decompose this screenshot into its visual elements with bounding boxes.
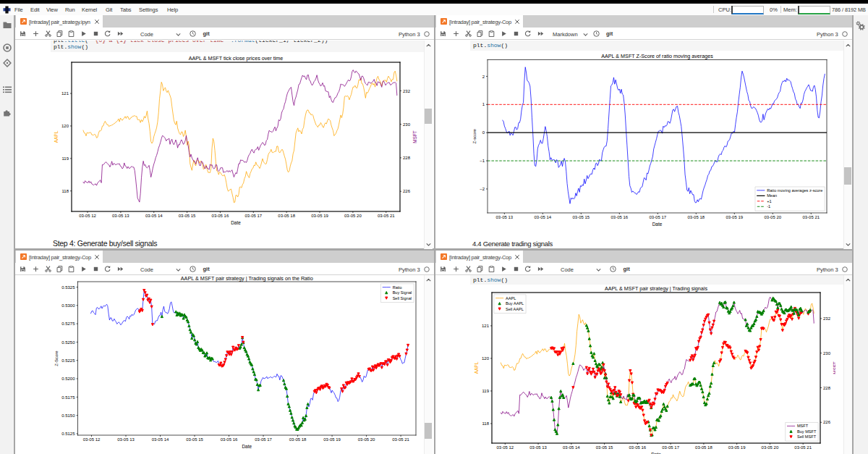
svg-text:118: 118 xyxy=(61,189,69,193)
svg-text:03-05 16: 03-05 16 xyxy=(221,437,238,442)
svg-text:03-05 21: 03-05 21 xyxy=(794,445,812,450)
svg-text:226: 226 xyxy=(823,420,831,424)
svg-text:03-05 18: 03-05 18 xyxy=(289,437,307,442)
svg-text:121: 121 xyxy=(482,324,490,328)
svg-text:Sell AAPL: Sell AAPL xyxy=(506,307,524,311)
svg-text:MSFT: MSFT xyxy=(833,361,835,374)
svg-text:03-05 16: 03-05 16 xyxy=(212,214,229,218)
svg-text:03-05 19: 03-05 19 xyxy=(726,215,743,219)
svg-text:03-05 17: 03-05 17 xyxy=(244,214,262,218)
svg-text:0.5150: 0.5150 xyxy=(61,413,75,418)
svg-text:MSFT: MSFT xyxy=(797,424,809,428)
svg-text:−2: −2 xyxy=(480,187,485,191)
svg-text:03-05 12: 03-05 12 xyxy=(496,445,514,450)
svg-text:03-05 14: 03-05 14 xyxy=(145,214,163,218)
svg-text:0.5200: 0.5200 xyxy=(61,377,75,381)
svg-text:03-05 14: 03-05 14 xyxy=(152,437,169,442)
svg-text:Date: Date xyxy=(242,444,252,449)
svg-text:03-05 20: 03-05 20 xyxy=(344,214,362,218)
svg-text:AAPL & MSFT pair strategy | Tr: AAPL & MSFT pair strategy | Trading sign… xyxy=(181,275,313,282)
svg-text:03-05 20: 03-05 20 xyxy=(358,437,375,442)
svg-text:03-05 14: 03-05 14 xyxy=(534,215,551,219)
svg-text:226: 226 xyxy=(403,189,411,193)
svg-text:03-05 16: 03-05 16 xyxy=(629,445,647,450)
svg-text:120: 120 xyxy=(482,356,490,361)
svg-text:03-05 20: 03-05 20 xyxy=(764,215,781,219)
svg-text:Ratio moving averages z-score: Ratio moving averages z-score xyxy=(767,188,822,193)
svg-text:AAPL: AAPL xyxy=(474,361,479,374)
svg-text:03-05 17: 03-05 17 xyxy=(255,437,272,442)
svg-text:03-05 19: 03-05 19 xyxy=(311,214,328,218)
svg-text:AAPL & MSFT tick close prices: AAPL & MSFT tick close prices over time xyxy=(189,55,284,62)
svg-text:03-05 21: 03-05 21 xyxy=(378,214,395,218)
svg-text:03-05 20: 03-05 20 xyxy=(762,445,779,450)
svg-text:Buy MSFT: Buy MSFT xyxy=(797,429,817,434)
svg-text:0: 0 xyxy=(482,130,485,135)
svg-text:119: 119 xyxy=(482,389,489,393)
svg-text:+1: +1 xyxy=(767,199,771,203)
svg-text:03-05 15: 03-05 15 xyxy=(179,214,196,218)
svg-text:Sell Signal: Sell Signal xyxy=(393,296,412,300)
svg-text:Ratio: Ratio xyxy=(393,285,402,290)
svg-text:Buy Signal: Buy Signal xyxy=(393,290,412,295)
svg-text:0.5125: 0.5125 xyxy=(61,432,75,436)
svg-text:230: 230 xyxy=(403,122,411,127)
svg-text:03-05 17: 03-05 17 xyxy=(662,445,679,450)
svg-text:119: 119 xyxy=(61,156,69,161)
svg-text:AAPL & MSFT Z-Score of ratio m: AAPL & MSFT Z-Score of ratio moving aver… xyxy=(601,53,713,59)
svg-text:Z-score: Z-score xyxy=(472,128,477,143)
svg-text:Buy AAPL: Buy AAPL xyxy=(506,301,524,306)
svg-text:Z-Score: Z-Score xyxy=(54,350,59,366)
svg-text:03-05 21: 03-05 21 xyxy=(802,215,820,219)
svg-text:03-05 13: 03-05 13 xyxy=(495,215,513,219)
svg-text:AAPL: AAPL xyxy=(506,296,516,300)
svg-text:03-05 13: 03-05 13 xyxy=(112,214,129,218)
svg-text:230: 230 xyxy=(823,351,831,356)
svg-text:03-05 14: 03-05 14 xyxy=(563,445,580,450)
svg-text:120: 120 xyxy=(61,124,69,128)
svg-text:0.5325: 0.5325 xyxy=(61,285,75,290)
svg-text:03-05 13: 03-05 13 xyxy=(529,445,547,450)
svg-text:1: 1 xyxy=(482,102,485,106)
svg-text:232: 232 xyxy=(403,89,411,93)
svg-text:03-05 18: 03-05 18 xyxy=(695,445,712,450)
svg-text:AAPL: AAPL xyxy=(54,130,59,143)
svg-text:03-05 15: 03-05 15 xyxy=(596,445,613,450)
svg-text:AAPL & MSFT pair strategy | Tr: AAPL & MSFT pair strategy | Trading sign… xyxy=(605,285,707,292)
svg-text:121: 121 xyxy=(61,91,69,96)
svg-text:0.5225: 0.5225 xyxy=(61,358,75,363)
svg-text:118: 118 xyxy=(482,421,489,426)
svg-text:03-05 19: 03-05 19 xyxy=(728,445,746,450)
svg-text:−1: −1 xyxy=(480,159,485,163)
svg-text:03-05 15: 03-05 15 xyxy=(572,215,590,219)
svg-text:228: 228 xyxy=(403,156,411,160)
svg-text:03-05 17: 03-05 17 xyxy=(649,215,666,219)
svg-text:0.5300: 0.5300 xyxy=(61,303,75,308)
svg-text:Sell MSFT: Sell MSFT xyxy=(797,434,817,439)
svg-text:Date: Date xyxy=(231,220,241,225)
svg-text:Mean: Mean xyxy=(767,193,777,198)
svg-text:0.5250: 0.5250 xyxy=(61,340,75,345)
svg-text:03-05 18: 03-05 18 xyxy=(278,214,295,218)
svg-text:228: 228 xyxy=(823,386,831,390)
svg-text:03-05 15: 03-05 15 xyxy=(186,437,203,442)
svg-text:03-05 16: 03-05 16 xyxy=(610,215,628,219)
svg-text:MSFT: MSFT xyxy=(412,130,417,143)
svg-text:Date: Date xyxy=(652,222,663,227)
svg-text:03-05 18: 03-05 18 xyxy=(687,215,705,219)
svg-text:03-05 21: 03-05 21 xyxy=(392,437,409,442)
svg-text:232: 232 xyxy=(823,316,831,321)
svg-text:0.5275: 0.5275 xyxy=(61,321,75,326)
svg-text:03-05 12: 03-05 12 xyxy=(79,214,96,218)
svg-text:03-05 12: 03-05 12 xyxy=(83,437,101,442)
svg-text:03-05 19: 03-05 19 xyxy=(323,437,341,442)
svg-text:0.5175: 0.5175 xyxy=(61,395,75,400)
svg-text:-1: -1 xyxy=(767,204,770,209)
svg-text:2: 2 xyxy=(482,75,485,79)
svg-text:03-05 13: 03-05 13 xyxy=(117,437,135,442)
